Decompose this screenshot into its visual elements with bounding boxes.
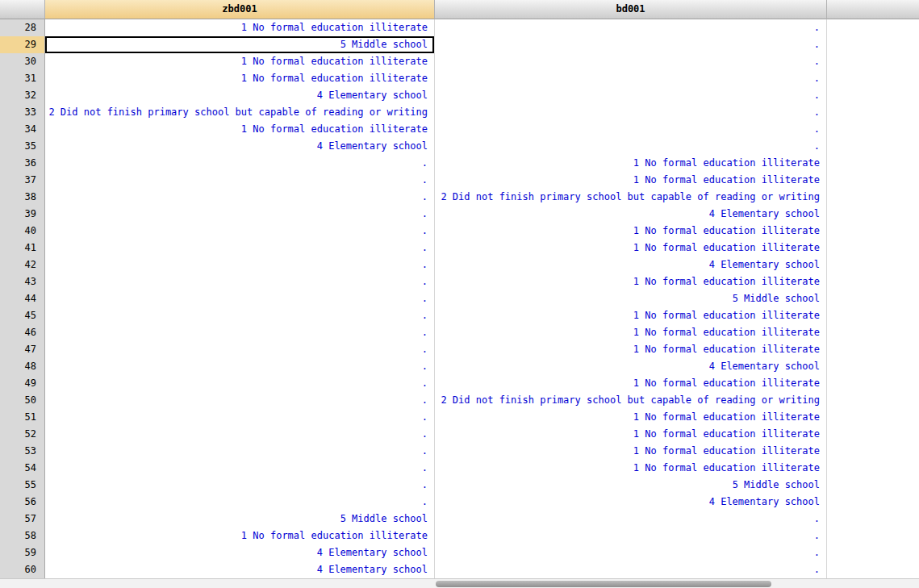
cell-zbd001[interactable]: . bbox=[45, 460, 435, 477]
cell-zbd001[interactable]: 1 No formal education illiterate bbox=[45, 53, 435, 70]
cell-bd001[interactable]: . bbox=[435, 528, 827, 544]
cell-zbd001[interactable]: 4 Elementary school bbox=[45, 138, 435, 155]
cell-zbd001[interactable]: . bbox=[45, 409, 435, 426]
row-number[interactable]: 56 bbox=[0, 494, 45, 511]
row-number[interactable]: 59 bbox=[0, 544, 45, 561]
cell-bd001[interactable]: . bbox=[435, 104, 827, 121]
cell-bd001[interactable]: . bbox=[435, 138, 827, 155]
row-number[interactable]: 60 bbox=[0, 561, 45, 578]
cell-zbd001[interactable]: . bbox=[45, 494, 435, 511]
cell-zbd001[interactable]: . bbox=[45, 324, 435, 341]
cell-bd001[interactable]: . bbox=[435, 121, 827, 138]
cell-zbd001[interactable]: 5 Middle school bbox=[45, 511, 435, 528]
cell-zbd001-selected[interactable]: 5 Middle school bbox=[45, 36, 435, 53]
row-number[interactable]: 49 bbox=[0, 375, 45, 392]
column-header-bd001[interactable]: bd001 bbox=[435, 0, 827, 19]
row-number[interactable]: 51 bbox=[0, 409, 45, 426]
cell-bd001[interactable]: 1 No formal education illiterate bbox=[435, 307, 827, 324]
cell-zbd001[interactable]: 1 No formal education illiterate bbox=[45, 19, 435, 36]
row-number[interactable]: 50 bbox=[0, 392, 45, 409]
row-number[interactable]: 46 bbox=[0, 324, 45, 341]
row-number[interactable]: 48 bbox=[0, 358, 45, 375]
row-number[interactable]: 29 bbox=[0, 36, 45, 53]
cell-bd001[interactable]: . bbox=[435, 36, 827, 53]
row-number[interactable]: 37 bbox=[0, 172, 45, 189]
cell-zbd001[interactable]: . bbox=[45, 358, 435, 375]
cell-bd001[interactable]: 1 No formal education illiterate bbox=[435, 460, 827, 477]
cell-bd001[interactable]: . bbox=[435, 70, 827, 87]
cell-zbd001[interactable]: 4 Elementary school bbox=[45, 87, 435, 104]
cell-bd001[interactable]: 4 Elementary school bbox=[435, 256, 827, 273]
row-number[interactable]: 40 bbox=[0, 223, 45, 240]
cell-zbd001[interactable]: . bbox=[45, 375, 435, 392]
row-number[interactable]: 30 bbox=[0, 53, 45, 70]
row-number[interactable]: 39 bbox=[0, 206, 45, 223]
cell-zbd001[interactable]: . bbox=[45, 392, 435, 409]
row-number[interactable]: 52 bbox=[0, 426, 45, 443]
cell-bd001[interactable]: 1 No formal education illiterate bbox=[435, 443, 827, 460]
cell-bd001[interactable]: . bbox=[435, 19, 827, 36]
cell-zbd001[interactable]: . bbox=[45, 256, 435, 273]
cell-bd001[interactable]: . bbox=[435, 53, 827, 70]
cell-bd001[interactable]: 1 No formal education illiterate bbox=[435, 426, 827, 443]
row-number[interactable]: 36 bbox=[0, 155, 45, 172]
cell-bd001[interactable]: . bbox=[435, 544, 827, 561]
cell-bd001[interactable]: 2 Did not finish primary school but capa… bbox=[435, 189, 827, 206]
row-number[interactable]: 31 bbox=[0, 70, 45, 87]
row-number[interactable]: 58 bbox=[0, 528, 45, 544]
cell-bd001[interactable]: 2 Did not finish primary school but capa… bbox=[435, 392, 827, 409]
horizontal-scrollbar[interactable] bbox=[0, 578, 919, 588]
cell-bd001[interactable]: 5 Middle school bbox=[435, 290, 827, 307]
cell-bd001[interactable]: 1 No formal education illiterate bbox=[435, 273, 827, 290]
cell-bd001[interactable]: . bbox=[435, 561, 827, 578]
cell-zbd001[interactable]: 1 No formal education illiterate bbox=[45, 528, 435, 544]
row-number[interactable]: 53 bbox=[0, 443, 45, 460]
select-all-corner[interactable] bbox=[0, 0, 45, 19]
cell-bd001[interactable]: 5 Middle school bbox=[435, 477, 827, 494]
row-number[interactable]: 32 bbox=[0, 87, 45, 104]
cell-zbd001[interactable]: 4 Elementary school bbox=[45, 544, 435, 561]
cell-bd001[interactable]: 4 Elementary school bbox=[435, 494, 827, 511]
cell-bd001[interactable]: 1 No formal education illiterate bbox=[435, 172, 827, 189]
cell-zbd001[interactable]: 4 Elementary school bbox=[45, 561, 435, 578]
cell-zbd001[interactable]: . bbox=[45, 426, 435, 443]
cell-zbd001[interactable]: . bbox=[45, 172, 435, 189]
row-number[interactable]: 54 bbox=[0, 460, 45, 477]
row-number[interactable]: 57 bbox=[0, 511, 45, 528]
cell-bd001[interactable]: 1 No formal education illiterate bbox=[435, 375, 827, 392]
cell-zbd001[interactable]: 1 No formal education illiterate bbox=[45, 70, 435, 87]
cell-bd001[interactable]: 1 No formal education illiterate bbox=[435, 324, 827, 341]
cell-zbd001[interactable]: . bbox=[45, 240, 435, 256]
row-number[interactable]: 33 bbox=[0, 104, 45, 121]
row-number[interactable]: 45 bbox=[0, 307, 45, 324]
cell-bd001[interactable]: 4 Elementary school bbox=[435, 358, 827, 375]
row-number[interactable]: 44 bbox=[0, 290, 45, 307]
cell-zbd001[interactable]: . bbox=[45, 307, 435, 324]
horizontal-scrollbar-thumb[interactable] bbox=[436, 581, 771, 587]
cell-bd001[interactable]: 4 Elementary school bbox=[435, 206, 827, 223]
row-number[interactable]: 28 bbox=[0, 19, 45, 36]
row-number[interactable]: 34 bbox=[0, 121, 45, 138]
row-number[interactable]: 41 bbox=[0, 240, 45, 256]
row-number[interactable]: 43 bbox=[0, 273, 45, 290]
cell-zbd001[interactable]: . bbox=[45, 443, 435, 460]
cell-zbd001[interactable]: . bbox=[45, 223, 435, 240]
cell-bd001[interactable]: 1 No formal education illiterate bbox=[435, 341, 827, 358]
cell-bd001[interactable]: 1 No formal education illiterate bbox=[435, 409, 827, 426]
cell-bd001[interactable]: . bbox=[435, 87, 827, 104]
column-header-zbd001[interactable]: zbd001 bbox=[45, 0, 435, 19]
cell-bd001[interactable]: 1 No formal education illiterate bbox=[435, 155, 827, 172]
cell-bd001[interactable]: . bbox=[435, 511, 827, 528]
cell-zbd001[interactable]: 1 No formal education illiterate bbox=[45, 121, 435, 138]
cell-zbd001[interactable]: . bbox=[45, 290, 435, 307]
cell-zbd001[interactable]: . bbox=[45, 206, 435, 223]
cell-zbd001[interactable]: . bbox=[45, 189, 435, 206]
cell-zbd001[interactable]: . bbox=[45, 341, 435, 358]
cell-bd001[interactable]: 1 No formal education illiterate bbox=[435, 240, 827, 256]
row-number[interactable]: 55 bbox=[0, 477, 45, 494]
row-number[interactable]: 42 bbox=[0, 256, 45, 273]
row-number[interactable]: 35 bbox=[0, 138, 45, 155]
cell-zbd001[interactable]: . bbox=[45, 273, 435, 290]
cell-zbd001[interactable]: . bbox=[45, 477, 435, 494]
cell-zbd001[interactable]: 2 Did not finish primary school but capa… bbox=[45, 104, 435, 121]
